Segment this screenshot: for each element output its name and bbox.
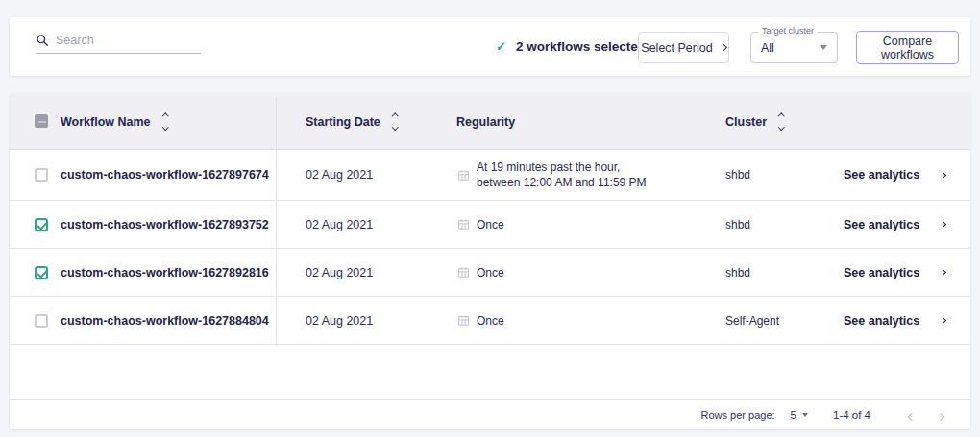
table-row: custom-chaos-workflow-1627893752 02 Aug … (10, 201, 970, 249)
compare-workflows-button[interactable]: Compare workflows (856, 31, 959, 64)
calendar-icon (457, 266, 470, 279)
regularity-line1: At 19 minutes past the hour, (477, 159, 647, 175)
compare-workflows-label: Compare workflows (857, 35, 958, 61)
starting-date: 02 Aug 2021 (306, 168, 373, 182)
chevron-right-icon (937, 413, 944, 421)
sort-down-icon (392, 124, 398, 130)
row-checkbox[interactable] (35, 314, 48, 328)
select-period-label: Select Period (641, 41, 712, 55)
selection-summary: ✓ 2 workflows selected (496, 17, 646, 76)
chevron-right-icon (940, 269, 946, 276)
workflow-name: custom-chaos-workflow-1627897674 (61, 168, 269, 182)
cluster-name: shbd (725, 218, 750, 231)
row-checkbox[interactable] (35, 218, 48, 231)
chevron-right-icon (721, 44, 727, 51)
sort-up-icon (392, 113, 398, 119)
row-checkbox[interactable] (35, 266, 48, 279)
cluster-name: shbd (725, 168, 750, 182)
calendar-icon (457, 169, 470, 182)
regularity-cell: Once (457, 312, 504, 328)
target-cluster-select[interactable]: Target cluster All (750, 32, 838, 63)
workflow-name: custom-chaos-workflow-1627893752 (61, 218, 269, 231)
calendar-icon (457, 218, 470, 231)
previous-page-button[interactable] (897, 406, 926, 423)
pagination-bar: Rows per page: 5 1-4 of 4 (10, 399, 970, 429)
regularity-line1: Once (477, 312, 504, 328)
see-analytics-link[interactable]: See analytics (844, 168, 945, 182)
target-cluster-value: All (761, 41, 774, 55)
rows-per-page-select[interactable]: 5 (791, 409, 808, 421)
select-period-button[interactable]: Select Period (638, 32, 729, 63)
see-analytics-label: See analytics (844, 266, 919, 279)
regularity-cell: Once (457, 264, 504, 279)
table-row: custom-chaos-workflow-1627897674 02 Aug … (10, 150, 970, 201)
dropdown-caret-icon (820, 45, 827, 50)
sort-up-icon (162, 113, 168, 119)
chevron-left-icon (908, 413, 916, 421)
select-all-checkbox[interactable] (35, 114, 48, 128)
workflows-table: Workflow Name Starting Date Regularity C… (10, 93, 970, 429)
starting-date: 02 Aug 2021 (306, 218, 373, 231)
calendar-icon (457, 314, 470, 327)
column-header-workflow-name: Workflow Name (61, 115, 151, 129)
regularity-line2: between 12:00 AM and 11:59 PM (477, 175, 647, 190)
regularity-cell: At 19 minutes past the hour, between 12:… (457, 159, 647, 190)
sort-starting-date[interactable] (393, 114, 398, 130)
search-field[interactable] (36, 34, 201, 54)
see-analytics-link[interactable]: See analytics (844, 266, 945, 279)
see-analytics-label: See analytics (844, 168, 919, 182)
starting-date: 02 Aug 2021 (306, 314, 373, 328)
see-analytics-label: See analytics (844, 218, 919, 231)
next-page-button[interactable] (926, 406, 955, 423)
regularity-line1: Once (477, 264, 504, 279)
table-header: Workflow Name Starting Date Regularity C… (10, 93, 970, 150)
column-header-cluster: Cluster (725, 115, 767, 129)
dropdown-caret-icon (802, 413, 808, 417)
starting-date: 02 Aug 2021 (306, 266, 373, 279)
sort-up-icon (778, 113, 784, 119)
column-header-regularity: Regularity (456, 115, 515, 129)
chevron-right-icon (940, 317, 946, 324)
sort-down-icon (162, 124, 168, 130)
search-icon (36, 34, 49, 47)
chevron-right-icon (940, 171, 946, 178)
rows-per-page-label: Rows per page: (701, 409, 775, 421)
see-analytics-link[interactable]: See analytics (844, 218, 945, 231)
row-checkbox[interactable] (35, 168, 48, 182)
check-icon: ✓ (496, 39, 506, 54)
cluster-name: shbd (725, 266, 750, 279)
sort-workflow-name[interactable] (163, 114, 168, 130)
target-cluster-label: Target cluster (758, 26, 818, 36)
table-row: custom-chaos-workflow-1627884804 02 Aug … (10, 297, 970, 345)
workflow-name: custom-chaos-workflow-1627892816 (61, 266, 269, 279)
sort-down-icon (778, 124, 784, 130)
table-row: custom-chaos-workflow-1627892816 02 Aug … (10, 249, 970, 297)
pagination-range: 1-4 of 4 (833, 409, 870, 421)
regularity-line1: Once (477, 216, 504, 231)
toolbar: ✓ 2 workflows selected Select Period Tar… (10, 17, 970, 76)
workflows-selected-text: 2 workflows selected (516, 39, 646, 54)
column-header-starting-date: Starting Date (306, 115, 380, 129)
see-analytics-label: See analytics (844, 314, 919, 328)
regularity-cell: Once (457, 216, 504, 231)
column-divider (276, 97, 277, 346)
workflow-name: custom-chaos-workflow-1627884804 (61, 314, 269, 328)
search-input[interactable] (56, 34, 190, 47)
rows-per-page-value: 5 (791, 409, 796, 421)
table-body: custom-chaos-workflow-1627897674 02 Aug … (10, 150, 970, 345)
sort-cluster[interactable] (779, 114, 784, 130)
chevron-right-icon (940, 221, 946, 228)
see-analytics-link[interactable]: See analytics (844, 314, 945, 328)
cluster-name: Self-Agent (725, 314, 779, 328)
